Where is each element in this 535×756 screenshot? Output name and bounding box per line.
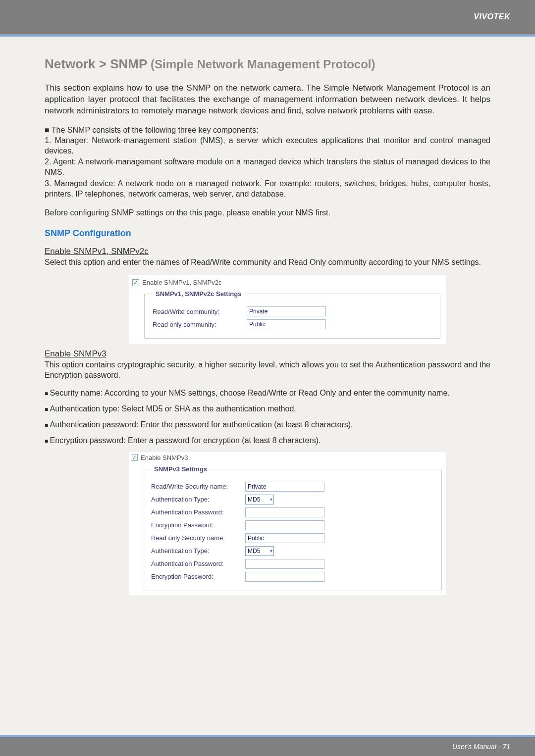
before-config-note: Before configuring SNMP settings on the …: [45, 208, 490, 217]
v3-bullet-auth-password: Authentication password: Enter the passw…: [45, 420, 490, 429]
content-area: Network > SNMP (Simple Network Managemen…: [0, 37, 535, 635]
ro-security-name-label: Read only Security name:: [151, 534, 245, 542]
ro-community-label: Read only community:: [153, 321, 247, 328]
brand-text: VIVOTEK: [474, 12, 510, 21]
rw-security-name-input[interactable]: [245, 482, 324, 492]
snmp-v3-panel: ✓ Enable SNMPv3 SNMPv3 Settings Read/Wri…: [129, 452, 446, 595]
components-list: 1. Manager: Network-management station (…: [45, 136, 490, 200]
enable-v12-checkbox-label: Enable SNMPv1, SNMPv2c: [142, 279, 221, 286]
enable-v3-checkbox-row[interactable]: ✓ Enable SNMPv3: [131, 454, 442, 461]
v12-settings-group: SNMPv1, SNMPv2c Settings Read/Write comm…: [144, 290, 440, 339]
footer-bar: User's Manual - 71: [0, 735, 535, 756]
chevron-down-icon: ▾: [270, 548, 272, 554]
enable-v12-checkbox-row[interactable]: ✓ Enable SNMPv1, SNMPv2c: [132, 279, 440, 286]
auth-type-value-2: MD5: [248, 548, 260, 554]
auth-type-label-2: Authentication Type:: [151, 547, 245, 554]
v3-settings-group: SNMPv3 Settings Read/Write Security name…: [143, 465, 442, 591]
header-bar: VIVOTEK: [0, 0, 535, 35]
v3-legend: SNMPv3 Settings: [151, 465, 210, 473]
enc-password-input-2[interactable]: [245, 572, 324, 582]
rw-community-input[interactable]: [247, 306, 326, 316]
auth-password-label-2: Authentication Password:: [151, 560, 245, 567]
title-main: Network > SNMP: [45, 56, 147, 71]
enc-password-input-1[interactable]: [245, 520, 324, 530]
ro-security-name-input[interactable]: [245, 533, 324, 543]
title-sub: (Simple Network Management Protocol): [151, 57, 375, 71]
auth-password-input-2[interactable]: [245, 559, 324, 569]
enable-v12-heading: Enable SNMPv1, SNMPv2c: [45, 247, 490, 256]
snmp-config-heading: SNMP Configuration: [45, 228, 490, 239]
checkbox-icon[interactable]: ✓: [132, 279, 139, 286]
enable-v3-heading: Enable SNMPv3: [45, 349, 490, 359]
v3-bullet-auth-type: Authentication type: Select MD5 or SHA a…: [45, 404, 490, 413]
auth-password-input-1[interactable]: [245, 507, 324, 517]
intro-paragraph: This section explains how to use the SNM…: [45, 83, 490, 117]
auth-password-label-1: Authentication Password:: [151, 508, 245, 516]
enable-v3-checkbox-label: Enable SNMPv3: [141, 454, 188, 461]
v3-bullet-enc-password: Encryption password: Enter a password fo…: [45, 436, 490, 445]
auth-type-value-1: MD5: [248, 496, 260, 503]
rw-community-label: Read/Write community:: [153, 308, 247, 315]
auth-type-label-1: Authentication Type:: [151, 496, 245, 503]
page-title: Network > SNMP (Simple Network Managemen…: [45, 56, 490, 72]
enable-v12-desc: Select this option and enter the names o…: [45, 257, 490, 268]
chevron-down-icon: ▾: [270, 497, 272, 502]
ro-community-input[interactable]: [247, 319, 326, 329]
footer-text: User's Manual - 71: [452, 743, 510, 751]
component-item-2: 2. Agent: A network-management software …: [45, 157, 490, 178]
rw-security-name-label: Read/Write Security name:: [151, 483, 245, 490]
snmp-v12-panel: ✓ Enable SNMPv1, SNMPv2c SNMPv1, SNMPv2c…: [129, 275, 446, 344]
enc-password-label-2: Encryption Password:: [151, 573, 245, 580]
enable-v3-desc: This option contains cryptographic secur…: [45, 360, 490, 381]
checkbox-icon[interactable]: ✓: [131, 454, 138, 461]
component-item-1: 1. Manager: Network-management station (…: [45, 136, 490, 156]
components-lead: ■ The SNMP consists of the following thr…: [45, 126, 490, 135]
v3-bullet-security-name: Security name: According to your NMS set…: [45, 389, 490, 398]
auth-type-select-1[interactable]: MD5 ▾: [245, 495, 274, 504]
v3-bullet-list: Security name: According to your NMS set…: [45, 389, 490, 445]
v12-legend: SNMPv1, SNMPv2c Settings: [153, 290, 244, 298]
component-item-3: 3. Managed device: A network node on a m…: [45, 179, 490, 200]
auth-type-select-2[interactable]: MD5 ▾: [245, 546, 274, 556]
enc-password-label-1: Encryption Password:: [151, 521, 245, 529]
